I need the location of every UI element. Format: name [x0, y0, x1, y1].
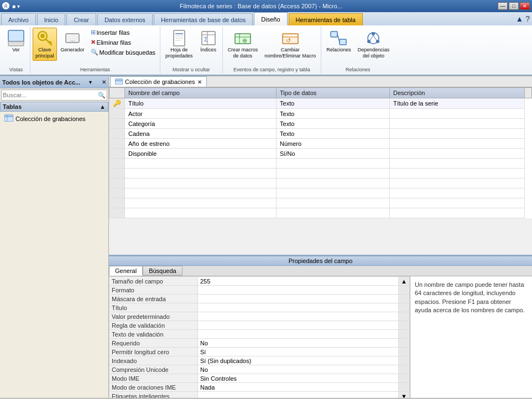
table-row[interactable]: Actor Texto	[109, 109, 532, 119]
prop-value[interactable]	[198, 312, 399, 321]
prop-row[interactable]: Texto de validación	[109, 330, 410, 339]
field-name-anio[interactable]: Año de estreno	[125, 139, 277, 149]
prop-row[interactable]: Modo de oraciones IME Nada	[109, 383, 410, 392]
field-type-actor[interactable]: Texto	[277, 109, 390, 119]
field-type-categoria[interactable]: Texto	[277, 119, 390, 129]
field-name-actor[interactable]: Actor	[125, 109, 277, 119]
prop-row[interactable]: Máscara de entrada	[109, 295, 410, 303]
prop-value[interactable]: Nada	[198, 383, 399, 392]
field-type-anio[interactable]: Número	[277, 139, 390, 149]
nav-item-coleccion[interactable]: Colección de grabaciones	[0, 113, 108, 124]
field-type-disponible[interactable]: Sí/No	[277, 149, 390, 159]
tab-close-icon[interactable]: ✕	[197, 79, 202, 85]
prop-scrollup[interactable]: ▲	[399, 277, 410, 286]
prop-row[interactable]: Formato	[109, 286, 410, 295]
table-row-empty[interactable]	[109, 198, 532, 208]
field-type-titulo[interactable]: Texto	[277, 98, 390, 109]
table-row[interactable]: Categoría Texto	[109, 119, 532, 129]
btn-modificar-busquedas[interactable]: 🔍 Modificar búsquedas	[88, 48, 158, 57]
table-row[interactable]: Cadena Texto	[109, 129, 532, 139]
btn-dependencias[interactable]: Dependenciasdel objeto	[355, 28, 393, 61]
field-name-titulo[interactable]: Título	[125, 98, 277, 109]
table-row[interactable]: 🔑 Título Texto Título de la serie	[109, 98, 532, 109]
prop-row[interactable]: Regla de validación	[109, 321, 410, 330]
prop-value[interactable]: No	[198, 365, 399, 374]
field-desc-cadena[interactable]	[390, 129, 525, 139]
svg-rect-0	[8, 30, 24, 41]
prop-value[interactable]	[198, 330, 399, 339]
btn-generador[interactable]: ... Generador	[58, 28, 87, 55]
nav-header-chevron[interactable]: ▾	[89, 79, 92, 85]
nav-section-tablas[interactable]: Tablas ▲	[0, 102, 108, 112]
btn-eliminar-filas[interactable]: ✖ Eliminar filas	[88, 38, 158, 47]
prop-value[interactable]	[198, 295, 399, 303]
prop-value[interactable]: Sí (Sin duplicados)	[198, 356, 399, 365]
tab-busqueda[interactable]: Búsqueda	[143, 266, 182, 276]
prop-scrolldown[interactable]: ▼	[399, 392, 410, 398]
prop-value[interactable]	[198, 392, 399, 398]
field-name-cadena[interactable]: Cadena	[125, 129, 277, 139]
prop-value[interactable]: Sí	[198, 348, 399, 356]
field-desc-anio[interactable]	[390, 139, 525, 149]
prop-row[interactable]: Modo IME Sin Controles	[109, 374, 410, 383]
nav-header-text: Todos los objetos de Acc...	[2, 79, 80, 86]
btn-crear-macros[interactable]: ⊕ Crear macrosde datos	[225, 28, 261, 61]
field-desc-actor[interactable]	[390, 109, 525, 119]
prop-row[interactable]: Compresión Unicode No	[109, 365, 410, 374]
field-desc-categoria[interactable]	[390, 119, 525, 129]
table-row-empty[interactable]	[109, 179, 532, 188]
nav-search-box[interactable]: 🔍	[1, 90, 107, 101]
svg-rect-25	[340, 39, 346, 45]
group-mostrar-items: Hoja depropiedades Σ Índices	[163, 28, 220, 72]
maximize-button[interactable]: □	[509, 2, 519, 10]
prop-row[interactable]: Indexado Sí (Sin duplicados)	[109, 356, 410, 365]
btn-clave-principal[interactable]: Claveprincipal	[33, 28, 57, 61]
field-name-categoria[interactable]: Categoría	[125, 119, 277, 129]
tab-datos-externos[interactable]: Datos externos	[97, 13, 153, 25]
prop-value[interactable]	[198, 286, 399, 295]
field-type-cadena[interactable]: Texto	[277, 129, 390, 139]
btn-relaciones[interactable]: Relaciones	[324, 28, 354, 55]
prop-value[interactable]: Sin Controles	[198, 374, 399, 383]
tab-general[interactable]: General	[109, 266, 143, 276]
prop-row[interactable]: Requerido No	[109, 339, 410, 348]
svg-line-32	[373, 35, 377, 40]
field-desc-titulo[interactable]: Título de la serie	[390, 98, 525, 109]
btn-insertar-filas[interactable]: ⊞ Insertar filas	[88, 28, 158, 37]
prop-row[interactable]: Tamaño del campo 255 ▲	[109, 277, 410, 286]
group-herramientas-label: Herramientas	[30, 67, 160, 72]
nav-search-icon: 🔍	[98, 92, 106, 99]
prop-value[interactable]: No	[198, 339, 399, 348]
prop-row[interactable]: Valor predeterminado	[109, 312, 410, 321]
prop-row[interactable]: Etiquetas inteligentes ▼	[109, 392, 410, 398]
table-row-empty[interactable]	[109, 188, 532, 198]
prop-row[interactable]: Permitir longitud cero Sí	[109, 348, 410, 356]
table-row-empty[interactable]	[109, 169, 532, 179]
btn-indices[interactable]: Σ Índices	[197, 28, 220, 55]
table-row[interactable]: Disponible Sí/No	[109, 149, 532, 159]
tab-herramientas-bd[interactable]: Herramientas de base de datos	[154, 13, 253, 25]
nav-header-close[interactable]: ✕	[102, 79, 106, 85]
tab-inicio[interactable]: Inicio	[37, 13, 66, 25]
minimize-button[interactable]: —	[498, 2, 508, 10]
nav-search-input[interactable]	[3, 92, 98, 98]
btn-hoja-propiedades[interactable]: Hoja depropiedades	[163, 28, 196, 61]
btn-ver[interactable]: Ver	[4, 28, 28, 55]
table-row-empty[interactable]	[109, 159, 532, 169]
prop-value[interactable]	[198, 303, 399, 312]
field-name-disponible[interactable]: Disponible	[125, 149, 277, 159]
table-row[interactable]: Año de estreno Número	[109, 139, 532, 149]
field-desc-disponible[interactable]	[390, 149, 525, 159]
tab-crear[interactable]: Crear	[66, 13, 96, 25]
table-tab-coleccion[interactable]: Colección de grabaciones ✕	[110, 76, 207, 87]
close-button[interactable]: ✕	[520, 2, 530, 10]
row-indicator	[109, 198, 125, 208]
tab-herramientas-tabla[interactable]: Herramientas de tabla	[289, 13, 363, 25]
prop-value[interactable]	[198, 321, 399, 330]
prop-row[interactable]: Título	[109, 303, 410, 312]
tab-archivo[interactable]: Archivo	[1, 13, 36, 25]
tab-diseno[interactable]: Diseño	[254, 12, 287, 25]
btn-cambiar-nombre[interactable]: ↺ Cambiarnombre/Eliminar Macro	[262, 28, 319, 61]
table-row-empty[interactable]	[109, 208, 532, 218]
prop-value[interactable]: 255	[198, 277, 399, 286]
